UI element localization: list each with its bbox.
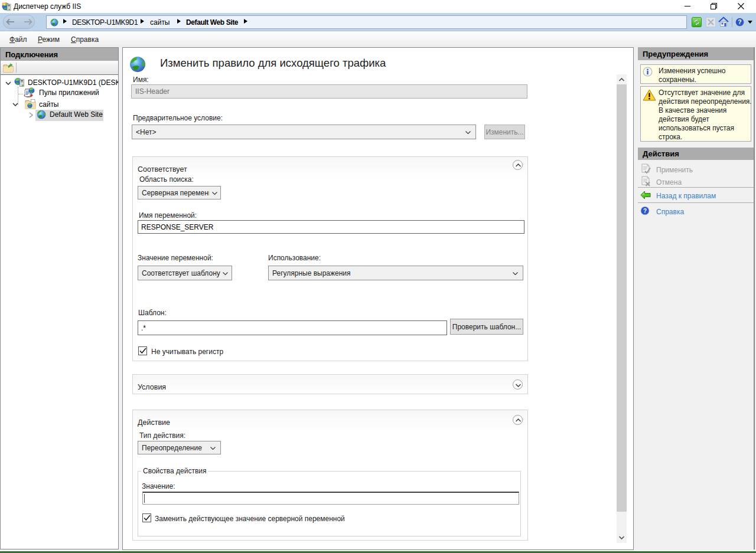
svg-text:?: ? (738, 18, 741, 25)
svg-text:?: ? (643, 208, 647, 214)
